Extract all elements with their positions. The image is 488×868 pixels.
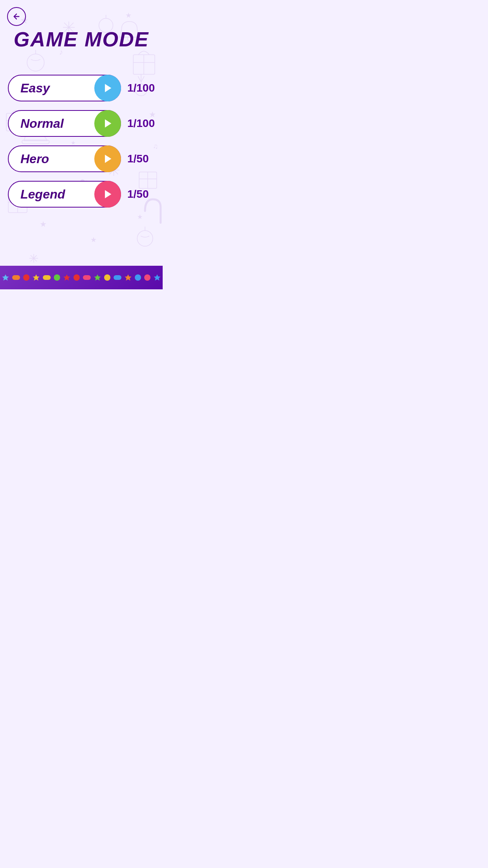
legend-score: 1/50	[127, 188, 155, 200]
candy-decoration	[114, 275, 121, 280]
easy-score: 1/100	[127, 82, 155, 94]
star-decoration	[154, 274, 161, 281]
star-decoration	[33, 274, 40, 281]
candy-decoration	[12, 275, 20, 280]
candy-decoration	[54, 274, 60, 281]
svg-text:★: ★	[125, 11, 132, 19]
star-decoration	[94, 274, 101, 281]
candy-decoration	[23, 274, 29, 281]
legend-mode-button[interactable]: Legend	[8, 181, 121, 208]
back-button[interactable]	[7, 7, 26, 26]
svg-marker-59	[154, 274, 160, 281]
svg-text:★: ★	[90, 236, 97, 244]
normal-mode-label: Normal	[20, 116, 64, 131]
play-icon	[102, 189, 113, 200]
modes-container: Easy 1/100 Normal 1/100 Hero	[0, 75, 163, 208]
normal-play-button[interactable]	[94, 110, 121, 137]
legend-mode-row: Legend 1/50	[8, 181, 155, 208]
svg-marker-52	[105, 155, 111, 163]
star-decoration	[2, 274, 9, 281]
easy-mode-button[interactable]: Easy	[8, 75, 121, 101]
svg-marker-51	[105, 120, 111, 128]
svg-line-31	[31, 255, 37, 261]
candy-decoration	[73, 274, 80, 281]
svg-marker-55	[33, 274, 39, 281]
candy-decoration	[144, 274, 150, 281]
svg-marker-57	[94, 274, 101, 281]
bottom-bar	[0, 266, 163, 289]
svg-marker-58	[125, 274, 131, 281]
play-icon	[102, 118, 113, 129]
hero-mode-button[interactable]: Hero	[8, 145, 121, 172]
easy-mode-row: Easy 1/100	[8, 75, 155, 101]
candy-decoration	[43, 275, 51, 280]
svg-point-39	[137, 231, 153, 246]
star-decoration	[125, 274, 132, 281]
play-icon	[102, 153, 113, 164]
normal-mode-button[interactable]: Normal	[8, 110, 121, 137]
easy-play-button[interactable]	[94, 75, 121, 101]
candy-decoration	[83, 275, 91, 280]
star-decoration	[63, 274, 70, 281]
svg-marker-50	[105, 84, 111, 92]
svg-point-37	[27, 54, 44, 71]
hero-play-button[interactable]	[94, 145, 121, 172]
hero-mode-label: Hero	[20, 152, 49, 166]
svg-marker-53	[105, 190, 111, 199]
easy-mode-label: Easy	[20, 81, 50, 96]
candy-decoration	[135, 274, 141, 281]
svg-marker-54	[2, 274, 9, 281]
legend-play-button[interactable]	[94, 181, 121, 208]
svg-marker-56	[63, 274, 70, 281]
svg-text:★: ★	[40, 220, 47, 228]
svg-line-30	[31, 255, 37, 261]
play-icon	[102, 83, 113, 94]
hero-mode-row: Hero 1/50	[8, 145, 155, 172]
candy-decoration	[104, 274, 110, 281]
normal-score: 1/100	[127, 117, 155, 130]
svg-text:★: ★	[137, 213, 143, 220]
back-arrow-icon	[12, 12, 21, 21]
page-title: GAME MODE	[14, 28, 149, 51]
normal-mode-row: Normal 1/100	[8, 110, 155, 137]
legend-mode-label: Legend	[20, 187, 65, 202]
svg-rect-11	[133, 55, 155, 74]
hero-score: 1/50	[127, 153, 155, 165]
